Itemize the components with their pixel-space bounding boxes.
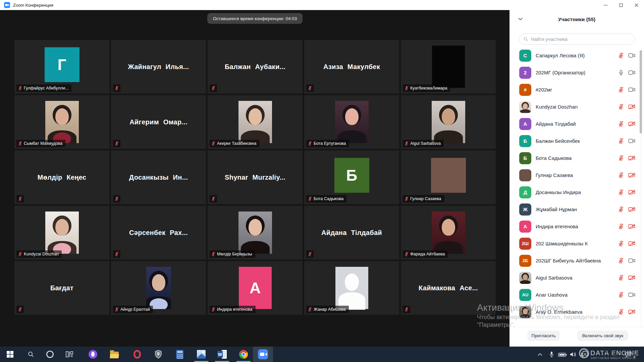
tile-name-chip [113,84,120,92]
video-tile[interactable]: Айгерим Омар... [111,95,206,149]
notification-center-icon[interactable] [625,351,632,358]
participants-footer: Пригласить Включить свой звук [509,327,644,347]
tile-name-label: Бота Садыкова [314,196,343,201]
close-button[interactable] [629,0,644,10]
tile-name-label: Kundyzai Doszhan [24,252,59,256]
taskbar-file-explorer-icon[interactable] [106,347,123,362]
video-tile[interactable]: Жайнагул Илья... [111,40,206,94]
participant-search[interactable] [519,34,635,45]
muted-mic-icon [211,252,216,256]
video-tile[interactable]: Бағдат [14,261,109,315]
tile-photo [432,212,465,254]
video-tile[interactable]: Сәрсенбек Рах... [111,206,206,259]
taskbar-cortana-icon[interactable] [42,347,58,362]
tile-photo [238,101,272,143]
camera-off-icon [628,121,635,127]
maximize-button[interactable] [613,0,629,10]
taskbar-opera-icon[interactable] [129,347,146,362]
video-tile[interactable]: Бота Ертуганова [304,95,399,149]
tile-participant-name: Айдана Тілдабай [304,206,399,259]
unmute-button[interactable]: Включить свой звук [578,331,628,341]
video-tile[interactable]: Балжан Аубаки... [208,40,303,94]
participant-row[interactable]: ББота Садыкова [509,149,644,167]
participant-row[interactable]: 2202МГ (Организатор) [509,64,644,81]
participant-row[interactable]: АИндира өтегенова [509,218,644,235]
video-tile[interactable]: Досанкызы Ин... [111,150,206,204]
camera-off-icon [628,172,635,178]
video-tile[interactable]: ГГулфайрус Абибулли... [14,40,109,94]
search-icon [523,37,528,42]
participant-name: #202мг [536,87,552,93]
participant-row[interactable]: Aigul Sarbasova [509,269,644,286]
video-tile[interactable]: Айнұр Ералтай [111,261,206,315]
participant-avatar: А [519,221,531,233]
participant-row[interactable]: ААйдана Тілдабай [509,115,644,132]
taskbar-purple-egg-app-icon[interactable] [85,347,101,362]
tray-volume-icon[interactable] [569,352,577,357]
participant-row[interactable]: ##202мг [509,81,644,98]
participant-row[interactable]: ББалжан Бейсенбек [509,132,644,149]
video-tile[interactable]: ББота Садыкова [304,150,399,204]
tile-participant-name: Жайнагул Илья... [111,40,206,94]
participant-avatar: А [519,118,531,130]
video-tile[interactable]: Сымбат Махмудова [14,95,109,149]
invite-button[interactable]: Пригласить [528,331,559,341]
taskbar-task-view-icon[interactable] [61,347,78,362]
video-tile[interactable]: Мөлдір Кеңес [14,150,109,204]
video-tile[interactable]: Каймакова Асе... [401,261,496,315]
minimize-button[interactable] [598,0,613,10]
mic-muted-icon [618,86,624,93]
taskbar-chrome-icon[interactable] [235,347,252,362]
participants-scrollbar[interactable] [640,47,642,326]
hidden-icons-chevron[interactable] [536,352,544,357]
taskbar-word-icon[interactable]: W [214,347,230,362]
tray-clock[interactable]: 14:31 15.04.2021 [594,348,621,359]
video-tile[interactable]: Aigul Sarbasova [401,95,496,149]
participant-status-icons [618,52,635,59]
tray-battery-icon[interactable] [557,352,568,357]
camera-on-icon [628,292,635,298]
video-tile[interactable]: Гулнар Сазаева [401,150,496,204]
scrollbar-thumb[interactable] [640,50,642,133]
tray-language-indicator[interactable]: КАЗ [579,352,591,357]
participant-row[interactable]: Aray O. Ermekbaeva [509,303,644,320]
tile-participant-name: Каймакова Асе... [401,261,496,315]
participants-title: Участники (55) [509,16,644,22]
taskbar-start-icon[interactable] [2,347,18,362]
video-tile[interactable]: Айдана Тілдабай [304,206,399,259]
remaining-time-banner: Оставшееся время конференции: 04:03 [207,13,303,24]
search-input[interactable] [531,37,631,42]
participant-row[interactable]: ДДосанкызы Индира [509,184,644,201]
photo-face [152,274,165,291]
participant-row[interactable]: ЖЖұмабай Нұрман [509,201,644,218]
video-tile[interactable]: Shynar Murzaliy... [208,150,303,204]
video-tile[interactable]: Фарида Айтбаева [401,206,496,259]
participant-row[interactable]: ССапаркул Лесова (Я) [509,47,644,64]
taskbar-calculator-icon[interactable] [171,347,188,362]
tile-name-label: Гулнар Сазаева [410,196,441,201]
video-tile[interactable]: Жанар Абишова [304,261,399,315]
tray-microphone-icon[interactable] [548,351,555,358]
video-tile[interactable]: АИндира өтегенова [208,261,303,315]
taskbar-search-icon[interactable] [22,347,39,362]
tile-photo [335,101,369,143]
video-tile[interactable]: КуатбековаЛимара [401,40,496,94]
participant-row[interactable]: AUAnar Uashova [509,286,644,303]
participant-status-icons [618,275,635,281]
participant-row[interactable]: Kundyzai Doszhan [509,98,644,115]
participant-row[interactable]: 2Б202ШГ Бибигуль Айтбаевна [509,252,644,269]
taskbar-zoom-icon[interactable] [253,347,273,362]
video-tile[interactable]: Азиза Макулбек [304,40,399,94]
taskbar-photos-icon[interactable] [193,347,210,362]
tile-photo [238,212,272,254]
camera-off-icon [628,189,635,195]
muted-mic-icon [404,252,409,256]
video-tile[interactable]: Акерке Тазабековна [208,95,303,149]
participant-row[interactable]: Гулнар Сазаева [509,167,644,184]
video-tile[interactable]: Мөлдір Беріққызы [208,206,303,259]
video-tile[interactable]: Kundyzai Doszhan [14,206,109,259]
taskbar-world-of-tanks-icon[interactable] [150,347,167,362]
tile-avatar-silhouette [335,267,368,309]
tile-name-label: Сымбат Махмудова [24,141,62,146]
participant-row[interactable]: 2Ш202 Шамшиденкызы К [509,235,644,252]
